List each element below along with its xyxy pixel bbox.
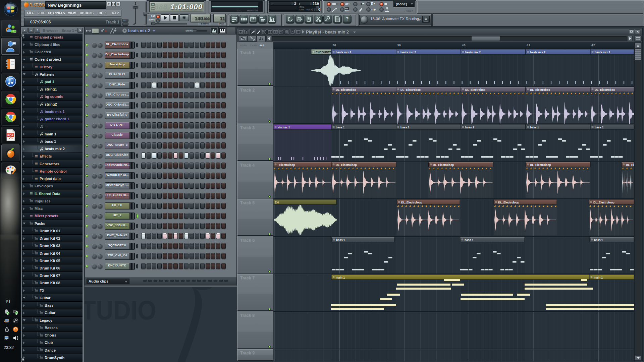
svg-text:DL_Elect: DL_Elect	[626, 163, 634, 167]
svg-text:main 1: main 1	[594, 276, 603, 279]
svg-text:DL_Electroloop: DL_Electroloop	[336, 163, 357, 167]
svg-text:DL_Electroloop: DL_Electroloop	[433, 163, 454, 167]
svg-text:ats mix 1: ats mix 1	[278, 126, 290, 129]
svg-text:EH: EH	[275, 201, 279, 204]
svg-text:_Electroloop: _Electroloop	[277, 163, 295, 167]
svg-text:DL_Electroloop: DL_Electroloop	[498, 201, 519, 204]
svg-text:main 1: main 1	[336, 276, 345, 279]
svg-text:DL_Electroloop: DL_Electroloop	[530, 163, 551, 167]
svg-text:DL_Electrobox: DL_Electrobox	[336, 88, 356, 92]
svg-text:ENCOUNTE: ENCOUNTE	[316, 51, 332, 54]
svg-text:DL_Electrobox: DL_Electrobox	[530, 88, 550, 92]
svg-text:PDF: PDF	[7, 134, 14, 137]
svg-text:bass 1: bass 1	[400, 126, 410, 129]
svg-text:DL_Electrobox: DL_Electrobox	[465, 88, 485, 92]
svg-text:DL_Electroloop: DL_Electroloop	[593, 201, 614, 204]
svg-text:bass 1: bass 1	[336, 126, 345, 129]
svg-text:bass 1: bass 1	[336, 238, 345, 242]
svg-text:bass 1: bass 1	[465, 238, 474, 242]
svg-text:beats mix 2: beats mix 2	[336, 51, 352, 54]
svg-text:DL_Electrobox: DL_Electrobox	[595, 88, 615, 92]
svg-text:bass 1: bass 1	[530, 126, 539, 129]
svg-text:bass 1: bass 1	[595, 126, 604, 129]
svg-text:beats mix 2: beats mix 2	[400, 51, 416, 54]
svg-text:bass 1: bass 1	[465, 126, 474, 129]
svg-text:bass 1: bass 1	[594, 238, 603, 242]
svg-text:beats mix 2: beats mix 2	[530, 51, 546, 54]
svg-text:DL_Electrobox: DL_Electrobox	[400, 88, 421, 92]
svg-text:beats mix 2: beats mix 2	[465, 51, 481, 54]
svg-text:beats mix 2: beats mix 2	[595, 51, 610, 54]
svg-text:DL_Electroloop: DL_Electroloop	[401, 201, 422, 204]
